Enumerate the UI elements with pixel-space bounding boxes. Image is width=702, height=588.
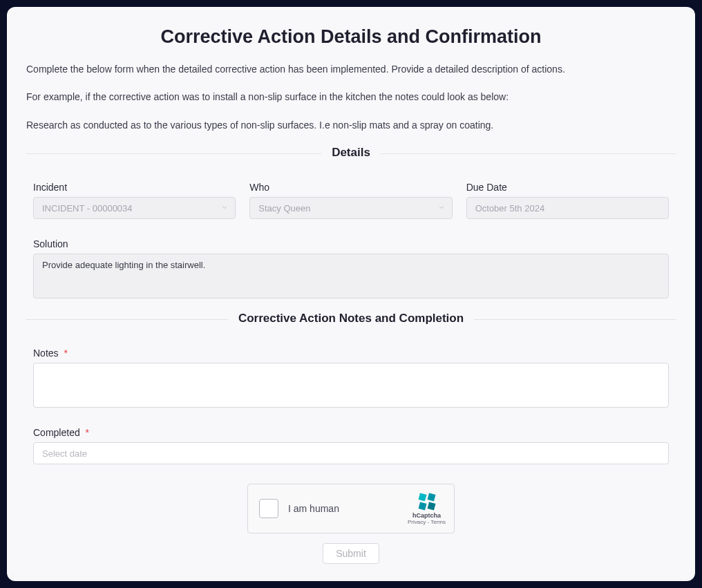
svg-rect-1 bbox=[427, 493, 435, 501]
incident-label: Incident bbox=[33, 182, 236, 193]
notes-label-text: Notes bbox=[33, 348, 59, 359]
incident-select-wrapper: INCIDENT - 00000034 bbox=[33, 197, 236, 219]
due-date-input bbox=[466, 197, 669, 219]
captcha-privacy-link[interactable]: Privacy bbox=[408, 519, 426, 525]
incident-select: INCIDENT - 00000034 bbox=[33, 197, 236, 219]
notes-label: Notes * bbox=[33, 348, 669, 359]
captcha-links: Privacy - Terms bbox=[408, 519, 446, 525]
intro-paragraph-3: Research as conducted as to the various … bbox=[26, 117, 676, 133]
completed-label: Completed * bbox=[33, 427, 669, 438]
intro-paragraph-1: Complete the below form when the detaile… bbox=[26, 61, 676, 77]
intro-paragraph-2: For example, if the corrective action wa… bbox=[26, 89, 676, 104]
section-details-header: Details bbox=[26, 153, 676, 154]
who-label: Who bbox=[249, 182, 452, 193]
section-notes-legend: Corrective Action Notes and Completion bbox=[228, 312, 474, 325]
due-date-label: Due Date bbox=[466, 182, 669, 193]
completed-label-text: Completed bbox=[33, 427, 80, 438]
captcha-label: I am human bbox=[288, 503, 339, 514]
section-details-legend: Details bbox=[321, 146, 381, 160]
form-container: Corrective Action Details and Confirmati… bbox=[7, 7, 695, 581]
who-select: Stacy Queen bbox=[249, 197, 452, 219]
incident-field-group: Incident INCIDENT - 00000034 bbox=[33, 182, 236, 219]
captcha-brand-name: hCaptcha bbox=[412, 512, 441, 519]
solution-label: Solution bbox=[33, 238, 669, 249]
who-select-wrapper: Stacy Queen bbox=[249, 197, 452, 219]
captcha-box: I am human hCaptcha Privacy - Terms bbox=[247, 484, 455, 533]
svg-rect-2 bbox=[418, 502, 426, 510]
details-row: Incident INCIDENT - 00000034 Who Stacy Q… bbox=[33, 182, 669, 219]
notes-field-group: Notes * bbox=[33, 348, 669, 408]
captcha-branding: hCaptcha Privacy - Terms bbox=[408, 493, 446, 525]
captcha-checkbox[interactable] bbox=[259, 499, 278, 518]
submit-button[interactable]: Submit bbox=[323, 543, 379, 564]
required-asterisk: * bbox=[86, 427, 89, 438]
completed-field-group: Completed * bbox=[33, 427, 669, 464]
required-asterisk: * bbox=[64, 348, 67, 359]
svg-rect-0 bbox=[418, 493, 426, 501]
section-notes-header: Corrective Action Notes and Completion bbox=[26, 319, 676, 320]
hcaptcha-logo-icon bbox=[418, 493, 436, 511]
solution-textarea: Provide adequate lighting in the stairwe… bbox=[33, 254, 669, 298]
svg-rect-3 bbox=[427, 502, 435, 510]
page-title: Corrective Action Details and Confirmati… bbox=[26, 26, 676, 48]
completed-date-input[interactable] bbox=[33, 442, 669, 464]
solution-field-group: Solution Provide adequate lighting in th… bbox=[33, 238, 669, 298]
notes-textarea[interactable] bbox=[33, 363, 669, 408]
captcha-terms-link[interactable]: Terms bbox=[430, 519, 446, 525]
who-field-group: Who Stacy Queen bbox=[249, 182, 452, 219]
due-date-field-group: Due Date bbox=[466, 182, 669, 219]
captcha-left: I am human bbox=[259, 499, 339, 518]
